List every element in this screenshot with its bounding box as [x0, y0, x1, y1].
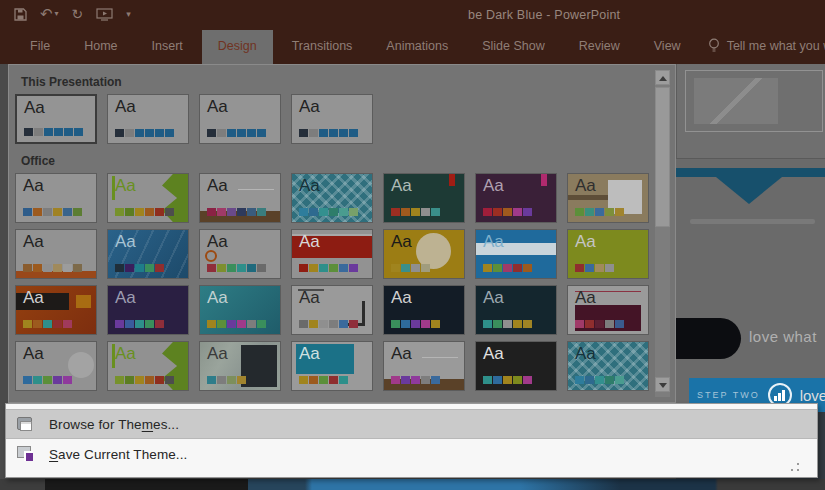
lightbulb-icon: [708, 38, 720, 53]
theme-thumbnail-current-theme[interactable]: Aa: [15, 94, 97, 144]
triangle-up-icon: [659, 76, 667, 81]
gallery-section-label: Office: [21, 154, 675, 168]
theme-thumbnail-theme-olive[interactable]: Aa: [567, 229, 649, 279]
theme-thumbnail-theme-berlin-orange[interactable]: Aa: [15, 285, 97, 335]
theme-color-swatches: [483, 208, 532, 216]
theme-color-swatches: [207, 264, 266, 272]
theme-thumbnail-theme-dark-navy[interactable]: Aa: [383, 285, 465, 335]
step-two-label: STEP TWO: [697, 390, 760, 400]
theme-aa-glyph: Aa: [391, 232, 412, 252]
theme-aa-glyph: Aa: [207, 232, 228, 252]
theme-thumbnail-theme-maroon-box[interactable]: Aa: [567, 285, 649, 335]
slide-faint-text: [690, 219, 815, 224]
menu-item-label: Save Current Theme...: [49, 447, 187, 462]
theme-color-swatches: [299, 208, 358, 216]
theme-color-swatches: [575, 208, 624, 216]
tab-animations[interactable]: Animations: [377, 30, 457, 64]
theme-thumbnail-theme-green-chevron[interactable]: Aa: [107, 173, 189, 223]
theme-thumbnail-theme-chalk-green[interactable]: Aa: [383, 173, 465, 223]
theme-color-swatches: [207, 208, 266, 216]
theme-thumbnail-theme-white-droplet[interactable]: Aa: [15, 341, 97, 391]
theme-thumbnail-theme-blue-slice[interactable]: Aa: [107, 229, 189, 279]
scroll-up-button[interactable]: [655, 70, 670, 85]
theme-thumbnail-theme-floral-dark-box[interactable]: Aa: [199, 341, 281, 391]
tell-me-box[interactable]: Tell me what you want to do: [698, 29, 825, 64]
theme-color-swatches: [575, 376, 624, 384]
theme-thumbnail-theme-white-swirl[interactable]: Aa: [199, 229, 281, 279]
theme-color-swatches: [115, 208, 174, 216]
browse-themes-icon: [16, 416, 36, 432]
customize-qat-icon[interactable]: ▾: [126, 5, 131, 23]
tab-slide-show[interactable]: Slide Show: [473, 30, 554, 64]
undo-dropdown-icon[interactable]: ▾: [55, 5, 59, 23]
menu-item-save-current-theme[interactable]: Save Current Theme...: [6, 439, 817, 469]
theme-aa-glyph: Aa: [23, 288, 44, 308]
theme-thumbnail-theme-dark-indigo[interactable]: Aa: [107, 285, 189, 335]
tab-insert[interactable]: Insert: [143, 30, 192, 64]
theme-thumbnail-theme-white-multicolor[interactable]: Aa: [15, 173, 97, 223]
tab-review[interactable]: Review: [570, 30, 629, 64]
resize-grip[interactable]: [790, 462, 799, 471]
themes-gallery-menu: Browse for Themes...Save Current Theme..…: [5, 403, 818, 478]
tab-design[interactable]: Design: [202, 30, 273, 64]
theme-aa-glyph: Aa: [391, 176, 412, 196]
quick-access-toolbar: ↶▾ ↻ ▾: [14, 5, 131, 23]
redo-icon[interactable]: ↻: [72, 5, 84, 23]
theme-thumbnail-theme-wood-gallery[interactable]: Aa: [199, 173, 281, 223]
theme-thumbnail-theme-green-chevron-2[interactable]: Aa: [107, 341, 189, 391]
menu-item-label: Browse for Themes...: [49, 417, 179, 432]
tab-transitions[interactable]: Transitions: [283, 30, 362, 64]
theme-aa-glyph: Aa: [207, 288, 228, 308]
undo-icon[interactable]: ↶▾: [40, 5, 59, 23]
theme-color-swatches: [115, 320, 164, 328]
theme-aa-glyph: Aa: [207, 97, 228, 117]
gallery-scrollbar[interactable]: [655, 70, 670, 397]
theme-aa-glyph: Aa: [24, 98, 45, 118]
theme-thumbnail-theme-tan-panel[interactable]: Aa: [567, 173, 649, 223]
tab-view[interactable]: View: [645, 30, 690, 64]
theme-color-swatches: [207, 376, 246, 384]
save-icon[interactable]: [14, 8, 27, 21]
triangle-down-icon: [659, 383, 667, 388]
menu-item-browse-for-themes[interactable]: Browse for Themes...: [6, 409, 817, 439]
theme-thumbnail-theme-red-band[interactable]: Aa: [291, 229, 373, 279]
theme-aa-glyph: Aa: [299, 97, 320, 117]
theme-color-swatches: [23, 376, 72, 384]
theme-thumbnail-theme-orange-strip[interactable]: Aa: [15, 229, 97, 279]
theme-thumbnail-theme-teal-diamond[interactable]: Aa: [291, 173, 373, 223]
theme-color-swatches: [299, 320, 358, 328]
theme-thumbnail-theme-teal-gradient[interactable]: Aa: [199, 285, 281, 335]
theme-color-swatches: [391, 320, 440, 328]
theme-thumbnail-theme-teal-diamond-2[interactable]: Aa: [567, 341, 649, 391]
theme-thumbnail-theme-gold-circle[interactable]: Aa: [383, 229, 465, 279]
themes-gallery: This PresentationAaAaAaAaOfficeAaAaAaAaA…: [9, 75, 675, 391]
theme-aa-glyph: Aa: [299, 344, 320, 364]
theme-color-swatches: [115, 376, 174, 384]
ribbon-tabs: FileHomeInsertDesignTransitionsAnimation…: [13, 30, 698, 64]
theme-thumbnail-theme-black[interactable]: Aa: [475, 341, 557, 391]
themes-gallery-dropdown: This PresentationAaAaAaAaOfficeAaAaAaAaA…: [8, 64, 676, 403]
theme-color-swatches: [115, 264, 164, 272]
tab-home[interactable]: Home: [75, 30, 126, 64]
theme-color-swatches: [207, 129, 266, 137]
variant-thumbnail: [685, 70, 823, 132]
theme-thumbnail-current-theme-variant[interactable]: Aa: [291, 94, 373, 144]
theme-thumbnail-theme-dark-plum[interactable]: Aa: [475, 173, 557, 223]
theme-thumbnail-current-theme-variant[interactable]: Aa: [107, 94, 189, 144]
theme-aa-glyph: Aa: [483, 176, 504, 196]
theme-aa-glyph: Aa: [299, 288, 320, 308]
theme-color-swatches: [391, 376, 440, 384]
scroll-down-button[interactable]: [655, 377, 670, 392]
theme-thumbnail-theme-white-violet[interactable]: Aa: [383, 341, 465, 391]
theme-thumbnail-theme-blue-banded[interactable]: Aa: [475, 229, 557, 279]
theme-thumbnail-current-theme-variant[interactable]: Aa: [199, 94, 281, 144]
theme-thumbnail-theme-dark-teal[interactable]: Aa: [475, 285, 557, 335]
start-slideshow-icon[interactable]: [96, 8, 113, 21]
tab-file[interactable]: File: [21, 30, 59, 64]
theme-thumbnail-theme-teal-badge[interactable]: Aa: [291, 341, 373, 391]
variant-preview: [694, 78, 778, 124]
theme-color-swatches: [391, 264, 430, 272]
theme-aa-glyph: Aa: [575, 288, 596, 308]
scrollbar-thumb[interactable]: [655, 87, 670, 227]
theme-thumbnail-theme-frame-bracket[interactable]: Aa: [291, 285, 373, 335]
